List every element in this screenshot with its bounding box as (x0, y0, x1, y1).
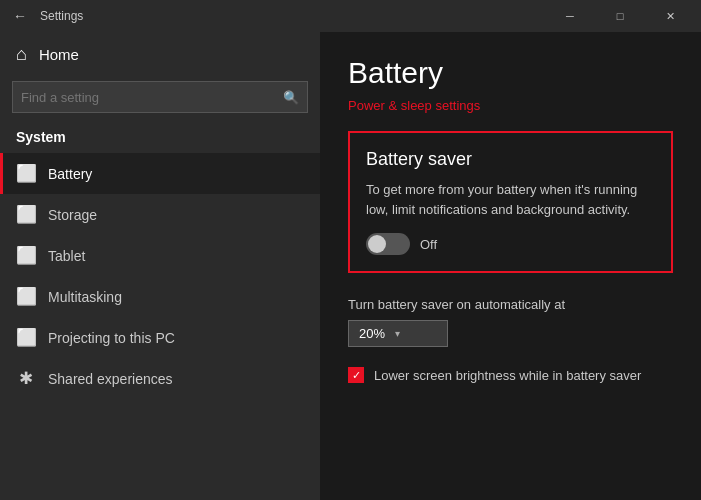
storage-icon: ⬜ (16, 204, 36, 225)
tablet-icon: ⬜ (16, 245, 36, 266)
titlebar-title: Settings (40, 9, 83, 23)
battery-saver-title: Battery saver (366, 149, 655, 170)
sidebar-item-shared[interactable]: ✱ Shared experiences (0, 358, 320, 399)
sidebar-item-label: Battery (48, 166, 92, 182)
brightness-label: Lower screen brightness while in battery… (374, 368, 641, 383)
search-box[interactable]: 🔍 (12, 81, 308, 113)
dropdown-value: 20% (359, 326, 385, 341)
minimize-button[interactable]: ─ (547, 0, 593, 32)
sidebar-item-label: Storage (48, 207, 97, 223)
sidebar-item-home[interactable]: ⌂ Home (0, 32, 320, 77)
section-title: System (0, 121, 320, 153)
brightness-checkbox-row: ✓ Lower screen brightness while in batte… (348, 367, 673, 383)
sidebar-item-label: Tablet (48, 248, 85, 264)
shared-icon: ✱ (16, 368, 36, 389)
maximize-button[interactable]: □ (597, 0, 643, 32)
chevron-down-icon: ▾ (395, 328, 400, 339)
brightness-checkbox[interactable]: ✓ (348, 367, 364, 383)
window-controls: ─ □ ✕ (547, 0, 693, 32)
battery-saver-toggle[interactable] (366, 233, 410, 255)
battery-saver-description: To get more from your battery when it's … (366, 180, 655, 219)
auto-saver-label: Turn battery saver on automatically at (348, 297, 673, 312)
check-icon: ✓ (352, 369, 361, 382)
toggle-knob (368, 235, 386, 253)
page-title: Battery (348, 56, 673, 90)
sidebar-item-label: Shared experiences (48, 371, 173, 387)
content-area: Battery Power & sleep settings Battery s… (320, 32, 701, 500)
home-icon: ⌂ (16, 44, 27, 65)
back-button[interactable]: ← (8, 4, 32, 28)
sidebar-item-projecting[interactable]: ⬜ Projecting to this PC (0, 317, 320, 358)
toggle-label: Off (420, 237, 437, 252)
search-input[interactable] (21, 90, 283, 105)
sidebar: ⌂ Home 🔍 System ⬜ Battery ⬜ Storage ⬜ Ta… (0, 32, 320, 500)
main-layout: ⌂ Home 🔍 System ⬜ Battery ⬜ Storage ⬜ Ta… (0, 32, 701, 500)
sidebar-item-battery[interactable]: ⬜ Battery (0, 153, 320, 194)
battery-saver-card: Battery saver To get more from your batt… (348, 131, 673, 273)
titlebar: ← Settings ─ □ ✕ (0, 0, 701, 32)
home-label: Home (39, 46, 79, 63)
battery-icon: ⬜ (16, 163, 36, 184)
toggle-row: Off (366, 233, 655, 255)
projecting-icon: ⬜ (16, 327, 36, 348)
search-icon: 🔍 (283, 90, 299, 105)
power-sleep-link[interactable]: Power & sleep settings (348, 98, 480, 113)
multitasking-icon: ⬜ (16, 286, 36, 307)
sidebar-item-label: Multitasking (48, 289, 122, 305)
sidebar-item-multitasking[interactable]: ⬜ Multitasking (0, 276, 320, 317)
sidebar-item-tablet[interactable]: ⬜ Tablet (0, 235, 320, 276)
back-icon: ← (13, 8, 27, 24)
sidebar-item-label: Projecting to this PC (48, 330, 175, 346)
sidebar-item-storage[interactable]: ⬜ Storage (0, 194, 320, 235)
auto-saver-section: Turn battery saver on automatically at 2… (348, 297, 673, 347)
close-button[interactable]: ✕ (647, 0, 693, 32)
percentage-dropdown[interactable]: 20% ▾ (348, 320, 448, 347)
